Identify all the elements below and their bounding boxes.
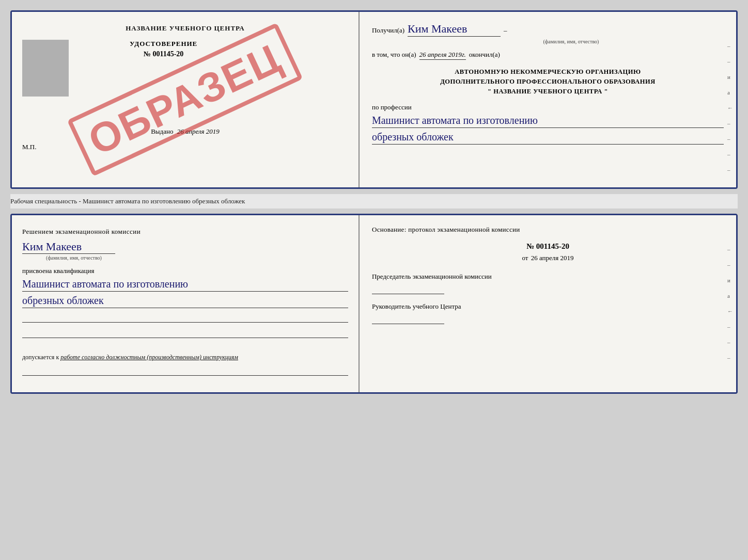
profession-line1-top: Машинист автомата по изготовлению (372, 115, 724, 128)
profession-line2-top: обрезных обложек (372, 131, 724, 145)
vtom-date: 26 апреля 2019г. (419, 51, 466, 60)
protocol-number: № 001145-20 (372, 242, 724, 251)
vtom-label: в том, что он(а) (372, 51, 416, 59)
cert-label: УДОСТОВЕРЕНИЕ (130, 40, 197, 48)
bottom-doc-left: Решением экзаменационной комиссии Ким Ма… (12, 215, 360, 392)
underline3 (22, 364, 348, 376)
underline2 (22, 327, 348, 338)
photo-placeholder (22, 40, 69, 97)
dopuskaetsya-block: допускается к работе согласно должностны… (22, 354, 348, 361)
fio-hint-bottom: (фамилия, имя, отчество) (22, 255, 126, 261)
osnovanie-label: Основание: протокол экзаменационной коми… (372, 226, 724, 234)
org-quote-close: " (604, 88, 607, 95)
cert-number: № 001145-20 (130, 50, 197, 58)
ot-prefix: от (522, 254, 528, 262)
school-name-top: НАЗВАНИЕ УЧЕБНОГО ЦЕНТРА (22, 24, 348, 33)
predsedatel-sig-line (372, 283, 444, 294)
top-document: НАЗВАНИЕ УЧЕБНОГО ЦЕНТРА УДОСТОВЕРЕНИЕ №… (10, 10, 738, 189)
side-marks-bottom: – – и а ← – – – (727, 246, 733, 361)
org-block: АВТОНОМНУЮ НЕКОММЕРЧЕСКУЮ ОРГАНИЗАЦИЮ ДО… (372, 67, 724, 96)
dopuskaetsya-label: допускается к (22, 354, 59, 361)
okonchil-label: окончил(а) (469, 51, 500, 59)
predsedatel-label: Председатель экзаменационной комиссии (372, 273, 724, 281)
vydano-date: 26 апреля 2019 (177, 127, 220, 135)
resheniem-label: Решением экзаменационной комиссии (22, 228, 348, 236)
org-name-line: " НАЗВАНИЕ УЧЕБНОГО ЦЕНТРА " (372, 87, 724, 97)
org-name: НАЗВАНИЕ УЧЕБНОГО ЦЕНТРА (493, 88, 602, 95)
underline1 (22, 311, 348, 323)
org-line2: ДОПОЛНИТЕЛЬНОГО ПРОФЕССИОНАЛЬНОГО ОБРАЗО… (372, 77, 724, 87)
ot-date-line: от 26 апреля 2019 (372, 254, 724, 262)
bottom-document: Решением экзаменационной комиссии Ким Ма… (10, 214, 738, 394)
rukovoditel-block: Руководитель учебного Центра (372, 302, 724, 324)
ot-date: 26 апреля 2019 (531, 254, 574, 262)
top-doc-right: Получил(а) Ким Макеев – (фамилия, имя, о… (360, 12, 736, 187)
side-marks-top: – – и а ← – – – – (727, 43, 733, 173)
profession-line1-bottom: Машинист автомата по изготовлению (22, 278, 348, 292)
vydano-line: Выдано 26 апреля 2019 (22, 127, 348, 136)
mp-label: М.П. (22, 143, 348, 151)
dash-after-name: – (504, 26, 507, 35)
poluchil-label: Получил(а) (372, 26, 404, 35)
fio-hint-top: (фамилия, имя, отчество) (418, 39, 724, 44)
vydano-label: Выдано (151, 127, 173, 135)
rukovoditel-label: Руководитель учебного Центра (372, 302, 724, 311)
top-doc-left: НАЗВАНИЕ УЧЕБНОГО ЦЕНТРА УДОСТОВЕРЕНИЕ №… (12, 12, 360, 187)
bottom-doc-right: Основание: протокол экзаменационной коми… (360, 215, 736, 392)
org-quote-open: " (488, 88, 491, 95)
recipient-name: Ким Макеев (408, 22, 501, 37)
org-line1: АВТОНОМНУЮ НЕКОММЕРЧЕСКУЮ ОРГАНИЗАЦИЮ (372, 67, 724, 77)
separator-text: Рабочая специальность - Машинист автомат… (10, 194, 738, 209)
profession-line2-bottom: обрезных обложек (22, 295, 348, 308)
bottom-name: Ким Макеев (22, 240, 348, 255)
poluchil-line: Получил(а) Ким Макеев – (372, 22, 724, 37)
prisvоena-label: присвоена квалификация (22, 267, 348, 275)
predsedatel-block: Председатель экзаменационной комиссии (372, 273, 724, 294)
rukovoditel-sig-line (372, 313, 444, 324)
dopuskaetsya-text: работе согласно должностным (производств… (60, 354, 238, 361)
vtom-line: в том, что он(а) 26 апреля 2019г. окончи… (372, 51, 724, 60)
cert-block: УДОСТОВЕРЕНИЕ № 001145-20 (130, 40, 197, 58)
po-professii-label: по профессии (372, 103, 724, 111)
